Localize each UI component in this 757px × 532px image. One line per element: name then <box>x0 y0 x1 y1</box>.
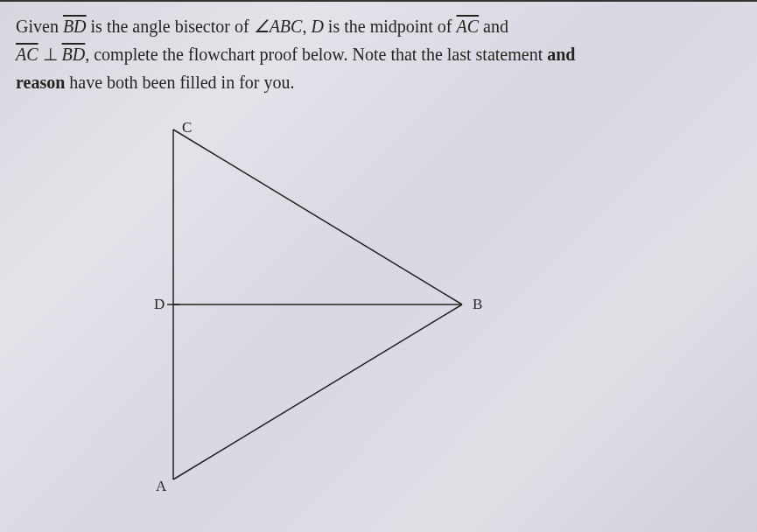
text-filled: have both been filled in for you. <box>65 73 294 92</box>
text-midpoint: is the midpoint of <box>324 17 457 36</box>
text-given: Given <box>16 17 63 36</box>
text-and: and <box>479 17 508 36</box>
content-area: Given BD is the angle bisector of ∠ABC, … <box>0 2 757 516</box>
triangle-svg <box>112 121 532 506</box>
point-d: D <box>311 17 323 36</box>
angle-symbol: ∠ <box>254 17 270 36</box>
text-bold-reason: reason <box>16 73 65 92</box>
label-c: C <box>182 119 192 136</box>
text-isbisector: is the angle bisector of <box>87 17 254 36</box>
segment-bd: BD <box>63 17 87 36</box>
angle-abc: ABC <box>270 17 303 36</box>
segment-ac: AC <box>457 17 480 36</box>
label-a: A <box>156 478 166 495</box>
label-d: D <box>154 296 165 313</box>
problem-statement: Given BD is the angle bisector of ∠ABC, … <box>16 12 741 96</box>
text-comma: , <box>302 17 311 36</box>
label-b: B <box>473 296 482 313</box>
geometry-figure: C D B A <box>112 121 532 506</box>
segment-bd2: BD <box>62 45 86 64</box>
line-cb <box>173 130 462 304</box>
text-complete: , complete the flowchart proof below. No… <box>85 45 547 64</box>
perpendicular-symbol: ⊥ <box>39 45 62 64</box>
line-ab <box>173 304 462 480</box>
segment-ac2: AC <box>16 45 39 64</box>
text-bold-and: and <box>547 45 575 64</box>
